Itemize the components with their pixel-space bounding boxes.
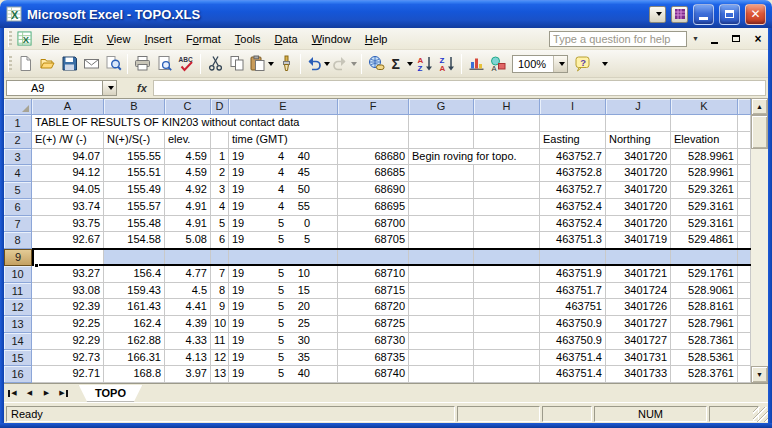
- cell-B2[interactable]: N(+)/S(-): [104, 132, 165, 149]
- menu-view[interactable]: View: [100, 30, 138, 48]
- spelling-button[interactable]: ABC: [175, 53, 197, 75]
- cell-K11[interactable]: 528.9061: [671, 283, 738, 300]
- cell-A3[interactable]: 94.07: [32, 149, 104, 166]
- cell-C12[interactable]: 4.41: [165, 299, 211, 316]
- cell-E7[interactable]: 1950: [229, 216, 338, 233]
- cell-K15[interactable]: 528.5361: [671, 350, 738, 367]
- cell-C5[interactable]: 4.92: [165, 182, 211, 199]
- cell-sliver-5[interactable]: [738, 182, 751, 199]
- cell-sliver-13[interactable]: [738, 316, 751, 333]
- cell-H13[interactable]: [474, 316, 540, 333]
- cell-F13[interactable]: 68725: [338, 316, 409, 333]
- cell-sliver-3[interactable]: [738, 149, 751, 166]
- cell-sliver-14[interactable]: [738, 333, 751, 350]
- cell-K4[interactable]: 528.9961: [671, 165, 738, 182]
- cell-E13[interactable]: 19525: [229, 316, 338, 333]
- cell-B7[interactable]: 155.48: [104, 216, 165, 233]
- cell-D10[interactable]: 7: [211, 266, 229, 283]
- email-button[interactable]: [80, 53, 102, 75]
- print-preview-button[interactable]: [153, 53, 175, 75]
- cell-D8[interactable]: 6: [211, 232, 229, 249]
- cell-sliver-2[interactable]: [738, 132, 751, 149]
- open-button[interactable]: [36, 53, 58, 75]
- cell-J15[interactable]: 3401731: [606, 350, 671, 367]
- zoom-dropdown[interactable]: [553, 56, 567, 72]
- cell-K2[interactable]: Elevation: [671, 132, 738, 149]
- cell-G14[interactable]: [409, 333, 474, 350]
- cell-E16[interactable]: 19540: [229, 366, 338, 383]
- column-header-J[interactable]: J: [606, 99, 671, 115]
- cell-F15[interactable]: 68735: [338, 350, 409, 367]
- cell-A12[interactable]: 92.39: [32, 299, 104, 316]
- menu-edit[interactable]: Edit: [67, 30, 100, 48]
- cell-F14[interactable]: 68730: [338, 333, 409, 350]
- column-header-I[interactable]: I: [540, 99, 606, 115]
- cell-B8[interactable]: 154.58: [104, 232, 165, 249]
- cell-E3[interactable]: 19440: [229, 149, 338, 166]
- cell-B11[interactable]: 159.43: [104, 283, 165, 300]
- cell-G16[interactable]: [409, 366, 474, 383]
- cell-H4[interactable]: [474, 165, 540, 182]
- vertical-scroll-thumb[interactable]: [751, 115, 768, 149]
- minimize-button[interactable]: [693, 4, 714, 25]
- cell-C8[interactable]: 5.08: [165, 232, 211, 249]
- cell-D2[interactable]: [211, 132, 229, 149]
- cell-B3[interactable]: 155.55: [104, 149, 165, 166]
- cell-B15[interactable]: 166.31: [104, 350, 165, 367]
- menu-window[interactable]: Window: [305, 30, 358, 48]
- column-header-E[interactable]: E: [229, 99, 338, 115]
- cell-H8[interactable]: [474, 232, 540, 249]
- cell-K14[interactable]: 528.7361: [671, 333, 738, 350]
- cell-F3[interactable]: 68680: [338, 149, 409, 166]
- cell-K7[interactable]: 529.3161: [671, 216, 738, 233]
- menu-file[interactable]: File: [35, 30, 67, 48]
- cell-B12[interactable]: 161.43: [104, 299, 165, 316]
- cell-H15[interactable]: [474, 350, 540, 367]
- cell-J12[interactable]: 3401726: [606, 299, 671, 316]
- cell-F1[interactable]: [338, 115, 409, 132]
- cell-E12[interactable]: 19520: [229, 299, 338, 316]
- cell-H11[interactable]: [474, 283, 540, 300]
- cell-D3[interactable]: 1: [211, 149, 229, 166]
- cell-E5[interactable]: 19450: [229, 182, 338, 199]
- cell-A11[interactable]: 93.08: [32, 283, 104, 300]
- cell-I2[interactable]: Easting: [540, 132, 606, 149]
- cell-K13[interactable]: 528.7961: [671, 316, 738, 333]
- cell-H10[interactable]: [474, 266, 540, 283]
- row-header-16[interactable]: 16: [4, 366, 32, 383]
- cell-G8[interactable]: [409, 232, 474, 249]
- menubar-drag-handle[interactable]: [8, 31, 12, 47]
- cell-F2[interactable]: [338, 132, 409, 149]
- cell-H5[interactable]: [474, 182, 540, 199]
- cell-E10[interactable]: 19510: [229, 266, 338, 283]
- cell-E8[interactable]: 1955: [229, 232, 338, 249]
- cell-J7[interactable]: 3401720: [606, 216, 671, 233]
- cell-G10[interactable]: [409, 266, 474, 283]
- cell-I3[interactable]: 463752.7: [540, 149, 606, 166]
- cell-A7[interactable]: 93.75: [32, 216, 104, 233]
- column-header-B[interactable]: B: [104, 99, 165, 115]
- cell-sliver-8[interactable]: [738, 232, 751, 249]
- cell-I1[interactable]: [540, 115, 606, 132]
- cell-A1[interactable]: TABLE OF RESULTS OF KIN203 without conta…: [32, 115, 338, 132]
- cell-J13[interactable]: 3401727: [606, 316, 671, 333]
- cell-J11[interactable]: 3401724: [606, 283, 671, 300]
- row-header-11[interactable]: 11: [4, 283, 32, 300]
- cell-C14[interactable]: 4.33: [165, 333, 211, 350]
- cell-D14[interactable]: 11: [211, 333, 229, 350]
- cell-sliver-6[interactable]: [738, 199, 751, 216]
- column-header-F[interactable]: F: [338, 99, 409, 115]
- cell-F4[interactable]: 68685: [338, 165, 409, 182]
- row-header-15[interactable]: 15: [4, 350, 32, 367]
- next-sheet-button[interactable]: ▶: [38, 386, 55, 401]
- cell-D4[interactable]: 2: [211, 165, 229, 182]
- cell-J3[interactable]: 3401720: [606, 149, 671, 166]
- undo-button[interactable]: [304, 53, 331, 75]
- cell-A5[interactable]: 94.05: [32, 182, 104, 199]
- format-painter-button[interactable]: [275, 53, 297, 75]
- cell-E2[interactable]: time (GMT): [229, 132, 338, 149]
- cell-A6[interactable]: 93.74: [32, 199, 104, 216]
- help-button[interactable]: ?: [571, 53, 593, 75]
- search-button[interactable]: [102, 53, 124, 75]
- cell-K5[interactable]: 529.3261: [671, 182, 738, 199]
